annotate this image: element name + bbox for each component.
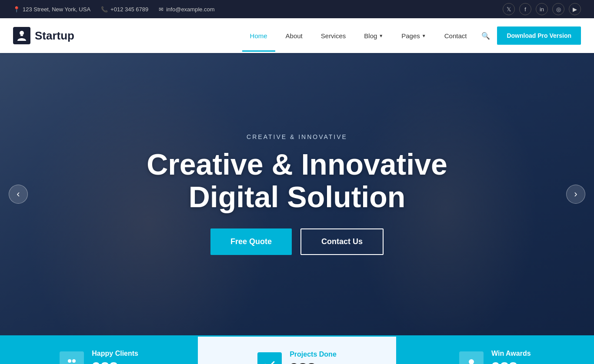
projects-done-label: Projects Done: [290, 351, 337, 358]
win-awards-icon: [459, 351, 484, 364]
phone-text: +012 345 6789: [110, 6, 148, 13]
carousel-next-button[interactable]: ›: [566, 185, 585, 204]
nav-home[interactable]: Home: [242, 20, 275, 52]
location-icon: 📍: [13, 6, 20, 13]
hero-subtitle: CREATIVE & INNOVATIVE: [147, 133, 447, 140]
nav-links: Home About Services Blog ▼ Pages ▼ Conta…: [242, 20, 581, 52]
download-pro-button[interactable]: Download Pro Version: [497, 26, 581, 45]
projects-done-icon: [257, 352, 282, 364]
instagram-icon[interactable]: ◎: [552, 3, 564, 15]
youtube-icon[interactable]: ▶: [569, 3, 581, 15]
nav-pages[interactable]: Pages ▼: [394, 20, 434, 52]
stats-win-awards: Win Awards 988: [396, 335, 594, 364]
site-logo[interactable]: Startup: [13, 27, 74, 44]
search-icon[interactable]: 🔍: [477, 32, 494, 40]
email-info: ✉ info@example.com: [159, 6, 214, 13]
linkedin-icon[interactable]: in: [536, 3, 548, 15]
top-bar: 📍 123 Street, New York, USA 📞 +012 345 6…: [0, 0, 594, 18]
win-awards-label: Win Awards: [491, 350, 531, 357]
email-text: info@example.com: [166, 6, 214, 13]
blog-dropdown-arrow: ▼: [379, 33, 383, 38]
pages-dropdown-arrow: ▼: [422, 33, 426, 38]
logo-icon: [13, 27, 30, 44]
phone-info: 📞 +012 345 6789: [101, 6, 148, 13]
stats-projects-done: Projects Done 988: [198, 335, 396, 364]
stats-happy-clients: Happy Clients 988: [0, 335, 198, 364]
nav-services[interactable]: Services: [313, 20, 354, 52]
hero-content: CREATIVE & INNOVATIVE Creative & Innovat…: [147, 133, 447, 255]
happy-clients-number: 988: [92, 359, 138, 364]
email-icon: ✉: [159, 6, 164, 13]
nav-contact[interactable]: Contact: [437, 20, 475, 52]
hero-title-line2: Digital Solution: [189, 180, 406, 213]
carousel-prev-button[interactable]: ‹: [9, 185, 28, 204]
hero-title-line1: Creative & Innovative: [147, 148, 447, 181]
navbar: Startup Home About Services Blog ▼ Pages…: [0, 18, 594, 53]
win-awards-text: Win Awards 988: [491, 350, 531, 364]
social-links: 𝕏 f in ◎ ▶: [503, 3, 581, 15]
win-awards-number: 988: [491, 359, 531, 364]
stats-bar: Happy Clients 988 Projects Done 988 Win …: [0, 335, 594, 364]
happy-clients-text: Happy Clients 988: [92, 350, 138, 364]
free-quote-button[interactable]: Free Quote: [210, 228, 292, 255]
phone-icon: 📞: [101, 6, 108, 13]
svg-point-4: [469, 359, 474, 364]
contact-us-button[interactable]: Contact Us: [300, 228, 384, 255]
projects-done-text: Projects Done 988: [290, 351, 337, 364]
hero-title: Creative & Innovative Digital Solution: [147, 148, 447, 213]
nav-about[interactable]: About: [278, 20, 310, 52]
logo-text: Startup: [35, 29, 74, 43]
svg-rect-1: [20, 35, 23, 36]
svg-point-2: [68, 359, 71, 363]
svg-point-3: [72, 359, 76, 363]
happy-clients-label: Happy Clients: [92, 350, 138, 357]
address-info: 📍 123 Street, New York, USA: [13, 6, 90, 13]
address-text: 123 Street, New York, USA: [23, 6, 90, 13]
facebook-icon[interactable]: f: [519, 3, 531, 15]
nav-blog[interactable]: Blog ▼: [356, 20, 391, 52]
hero-buttons: Free Quote Contact Us: [147, 228, 447, 255]
projects-done-number: 988: [290, 360, 337, 364]
happy-clients-icon: [60, 351, 84, 364]
svg-point-0: [20, 31, 24, 35]
hero-section: ‹ › CREATIVE & INNOVATIVE Creative & Inn…: [0, 53, 594, 335]
twitter-icon[interactable]: 𝕏: [503, 3, 515, 15]
top-bar-contact-info: 📍 123 Street, New York, USA 📞 +012 345 6…: [13, 6, 215, 13]
